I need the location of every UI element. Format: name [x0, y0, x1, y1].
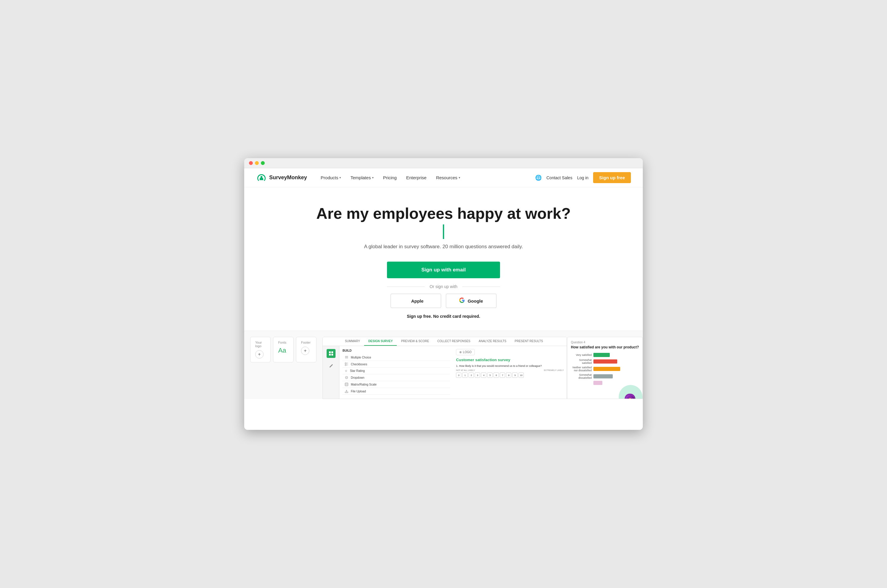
chart-label-4: Somewhat dissatisfied	[571, 374, 592, 380]
demo-sidebar	[323, 346, 340, 399]
hero-section: Are my employees happy at work?| A globa…	[244, 187, 643, 331]
svg-rect-10	[347, 363, 348, 363]
globe-icon[interactable]: 🌐	[535, 174, 542, 181]
scale-1[interactable]: 1	[462, 372, 468, 378]
tab-design-survey[interactable]: DESIGN SURVEY	[364, 337, 397, 346]
demo-questions-panel: BUILD Multiple Choice Checkboxes ☆ Star …	[340, 346, 453, 399]
chart-row-2: Somewhat satisfied	[571, 358, 639, 364]
question-type-multiple-choice[interactable]: Multiple Choice	[342, 354, 450, 361]
footer-label: Footer	[301, 340, 311, 344]
svg-point-12	[345, 376, 348, 379]
google-icon	[459, 298, 465, 304]
svg-rect-4	[331, 354, 333, 356]
question-number: Question 4	[571, 340, 639, 344]
scale-7[interactable]: 7	[500, 372, 505, 378]
logo-text: SurveyMonkey	[269, 174, 307, 181]
chart-row-4: Somewhat dissatisfied	[571, 374, 639, 380]
nav-resources[interactable]: Resources ▾	[432, 173, 464, 183]
chart-bar-5	[594, 381, 602, 385]
chart-bar-1	[594, 353, 610, 357]
chart-label-3: Neither satisfied nor dissatisfied	[571, 366, 592, 372]
add-logo-button[interactable]: +	[255, 350, 263, 358]
build-icon[interactable]	[326, 349, 335, 358]
tab-summary[interactable]: SUMMARY	[341, 337, 364, 346]
chart-label-1: Very satisfied	[571, 354, 592, 356]
scale-6[interactable]: 6	[493, 372, 499, 378]
scale-9[interactable]: 9	[512, 372, 517, 378]
templates-chevron-icon: ▾	[372, 176, 374, 179]
edit-icon[interactable]	[326, 362, 335, 370]
scale-2[interactable]: 2	[469, 372, 474, 378]
hero-subtitle: A global leader in survey software. 20 m…	[364, 244, 523, 250]
minimize-button[interactable]	[255, 161, 259, 165]
question-type-checkboxes[interactable]: Checkboxes	[342, 361, 450, 368]
demo-survey-builder: SUMMARY DESIGN SURVEY PREVIEW & SCORE CO…	[322, 337, 567, 399]
or-divider: Or sign up with	[387, 284, 500, 289]
chart-row-1: Very satisfied	[571, 353, 639, 357]
results-question-text: How satisfied are you with our product?	[571, 345, 639, 349]
svg-point-0	[260, 176, 262, 178]
svg-rect-8	[345, 363, 346, 364]
login-link[interactable]: Log in	[577, 176, 588, 180]
logo-label: Your logo	[255, 340, 266, 348]
tab-collect-responses[interactable]: COLLECT RESPONSES	[433, 337, 474, 346]
svg-rect-7	[345, 358, 348, 358]
svg-rect-1	[329, 351, 331, 353]
cursor: |	[441, 222, 446, 239]
nav-products[interactable]: Products ▾	[316, 173, 345, 183]
question-type-file-upload[interactable]: File Upload	[342, 388, 450, 395]
question-type-matrix[interactable]: Matrix/Rating Scale	[342, 381, 450, 388]
resources-chevron-icon: ▾	[459, 176, 460, 179]
navbar: SurveyMonkey Products ▾ Templates ▾ Pric…	[244, 168, 643, 187]
logo-link[interactable]: SurveyMonkey	[256, 174, 307, 182]
bottom-demo-area: Your logo + Fonts Aa Footer + SUMMA	[244, 331, 643, 399]
tab-preview-score[interactable]: PREVIEW & SCORE	[397, 337, 433, 346]
question-type-dropdown[interactable]: Dropdown	[342, 374, 450, 381]
contact-sales-link[interactable]: Contact Sales	[546, 176, 572, 180]
scale-label-left: NOT AT ALL LIKELY	[456, 369, 475, 371]
hero-title: Are my employees happy at work?|	[316, 205, 571, 239]
tab-present-results[interactable]: PRESENT RESULTS	[510, 337, 547, 346]
survey-title: Customer satisfaction survey	[456, 358, 564, 362]
or-line-right	[462, 286, 500, 287]
nav-templates[interactable]: Templates ▾	[346, 173, 377, 183]
scale-label-right: EXTREMELY LIKELY	[544, 369, 564, 371]
apple-signup-button[interactable]: Apple	[391, 294, 441, 308]
nav-pricing[interactable]: Pricing	[379, 173, 401, 183]
scale-3[interactable]: 3	[475, 372, 480, 378]
scale-5[interactable]: 5	[487, 372, 493, 378]
question-type-star-rating[interactable]: ☆ Star Rating	[342, 368, 450, 374]
or-line-left	[387, 286, 425, 287]
demo-body: BUILD Multiple Choice Checkboxes ☆ Star …	[323, 346, 567, 399]
chart-label-2: Somewhat satisfied	[571, 358, 592, 364]
signup-email-button[interactable]: Sign up with email	[387, 262, 500, 278]
browser-chrome	[244, 158, 643, 168]
scale-0[interactable]: 0	[456, 372, 462, 378]
no-credit-card-text: Sign up free. No credit card required.	[407, 314, 480, 319]
fonts-label: Fonts	[278, 340, 289, 344]
chart-row-3: Neither satisfied nor dissatisfied	[571, 366, 639, 372]
add-footer-button[interactable]: +	[301, 346, 309, 355]
footer-card: Footer +	[296, 337, 316, 362]
scale-4[interactable]: 4	[481, 372, 486, 378]
maximize-button[interactable]	[261, 161, 265, 165]
demo-left-panel: Your logo + Fonts Aa Footer +	[244, 337, 322, 399]
nav-signup-button[interactable]: Sign up free	[593, 172, 631, 183]
demo-survey-preview: ⊕ LOGO Customer satisfaction survey 1. H…	[453, 346, 567, 399]
logo-badge: ⊕ LOGO	[456, 349, 475, 355]
scale-10[interactable]: 10	[519, 372, 524, 378]
nav-enterprise[interactable]: Enterprise	[402, 173, 431, 183]
svg-rect-13	[345, 383, 348, 386]
google-signup-button[interactable]: Google	[446, 294, 496, 308]
surveymonkey-logo-icon	[256, 174, 267, 182]
chart-bar-2	[594, 359, 617, 363]
products-chevron-icon: ▾	[340, 176, 341, 179]
svg-rect-18	[345, 392, 348, 393]
fonts-sample: Aa	[278, 346, 289, 354]
close-button[interactable]	[249, 161, 253, 165]
scale-8[interactable]: 8	[506, 372, 511, 378]
tab-analyze-results[interactable]: ANALYZE RESULTS	[474, 337, 510, 346]
svg-rect-9	[345, 364, 346, 366]
chart-bar-4	[594, 374, 613, 378]
fonts-card: Fonts Aa	[273, 337, 293, 362]
